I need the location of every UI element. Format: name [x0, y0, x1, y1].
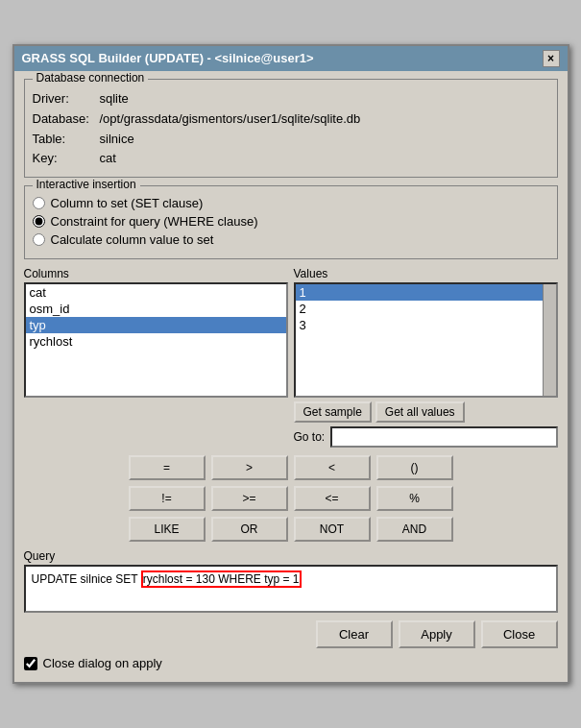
list-item[interactable]: cat	[26, 284, 286, 301]
op-lt-button[interactable]: <	[294, 455, 371, 480]
radio-calculate[interactable]	[33, 233, 45, 246]
operators-row-2: != >= <= %	[24, 486, 558, 511]
db-connection-label: Database connection	[33, 71, 149, 85]
op-lte-button[interactable]: <=	[294, 486, 371, 511]
db-connection-group: Database connection Driver: sqlite Datab…	[24, 79, 558, 178]
clear-button[interactable]: Clear	[316, 620, 393, 648]
title-bar: GRASS SQL Builder (UPDATE) - <silnice@us…	[14, 46, 568, 71]
key-value: cat	[100, 149, 116, 169]
window-title: GRASS SQL Builder (UPDATE) - <silnice@us…	[22, 51, 314, 65]
values-label: Values	[294, 267, 558, 280]
columns-values-section: Columns cat osm_id typ rychlost Values 1…	[24, 267, 558, 448]
columns-panel: Columns cat osm_id typ rychlost	[24, 267, 288, 448]
op-like-button[interactable]: LIKE	[129, 517, 206, 542]
operators-row-3: LIKE OR NOT AND	[24, 517, 558, 542]
key-row: Key: cat	[33, 149, 549, 169]
table-row: Table: silnice	[33, 130, 549, 150]
goto-input[interactable]	[330, 426, 557, 448]
op-eq-button[interactable]: =	[129, 455, 206, 480]
table-value: silnice	[100, 130, 134, 150]
operators-section: = > < () != >= <= % LIKE OR NOT AND	[24, 455, 558, 542]
columns-label: Columns	[24, 267, 288, 280]
table-label: Table:	[33, 130, 100, 150]
op-and-button[interactable]: AND	[376, 517, 453, 542]
query-box[interactable]: UPDATE silnice SET rychlost = 130 WHERE …	[24, 565, 558, 613]
key-label: Key:	[33, 149, 100, 169]
op-or-button[interactable]: OR	[211, 517, 288, 542]
op-percent-button[interactable]: %	[376, 486, 453, 511]
driver-value: sqlite	[100, 89, 129, 109]
radio-row-1: Column to set (SET clause)	[33, 196, 549, 210]
close-button[interactable]: Close	[481, 620, 558, 648]
values-listbox-container: 1 2 3	[294, 282, 558, 398]
list-item[interactable]: typ	[26, 317, 286, 333]
radio-group: Column to set (SET clause) Constraint fo…	[33, 196, 549, 247]
main-window: GRASS SQL Builder (UPDATE) - <silnice@us…	[12, 44, 569, 684]
radio-column-set[interactable]	[33, 197, 45, 209]
list-item[interactable]: rychlost	[26, 333, 286, 350]
goto-label: Go to:	[294, 430, 326, 444]
close-icon[interactable]: ×	[543, 50, 560, 67]
driver-label: Driver:	[33, 89, 100, 109]
radio-where-clause-label: Constraint for query (WHERE clause)	[51, 214, 258, 229]
interactive-insertion-group: Interactive insertion Column to set (SET…	[24, 185, 558, 259]
radio-calculate-label: Calculate column value to set	[51, 232, 214, 247]
radio-row-3: Calculate column value to set	[33, 232, 549, 247]
op-gte-button[interactable]: >=	[211, 486, 288, 511]
get-sample-button[interactable]: Get sample	[294, 401, 372, 423]
query-label: Query	[24, 549, 558, 563]
values-controls: Get sample Get all values Go to:	[294, 401, 558, 448]
values-listbox[interactable]: 1 2 3	[296, 284, 543, 396]
op-not-button[interactable]: NOT	[294, 517, 371, 542]
get-all-values-button[interactable]: Get all values	[375, 401, 465, 423]
query-section: Query UPDATE silnice SET rychlost = 130 …	[24, 549, 558, 613]
radio-where-clause[interactable]	[33, 215, 45, 228]
window-content: Database connection Driver: sqlite Datab…	[14, 71, 568, 682]
op-paren-button[interactable]: ()	[376, 455, 453, 480]
list-item[interactable]: 3	[296, 317, 543, 333]
database-row: Database: /opt/grassdata/gismentors/user…	[33, 109, 549, 130]
bottom-buttons: Clear Apply Close	[24, 620, 558, 648]
values-panel: Values 1 2 3 Get sample Get all values	[294, 267, 558, 448]
scrollbar[interactable]	[543, 284, 556, 396]
operators-row-1: = > < ()	[24, 455, 558, 480]
database-label: Database:	[33, 109, 100, 130]
values-buttons-row: Get sample Get all values	[294, 401, 558, 423]
columns-listbox[interactable]: cat osm_id typ rychlost	[24, 282, 288, 398]
database-value: /opt/grassdata/gismentors/user1/sqlite/s…	[100, 109, 361, 130]
list-item[interactable]: 2	[296, 301, 543, 317]
query-highlighted: rychlost = 130 WHERE typ = 1	[141, 570, 302, 588]
close-dialog-label: Close dialog on apply	[43, 656, 162, 670]
goto-row: Go to:	[294, 426, 558, 448]
radio-row-2: Constraint for query (WHERE clause)	[33, 214, 549, 229]
driver-row: Driver: sqlite	[33, 89, 549, 109]
interactive-insertion-label: Interactive insertion	[33, 178, 140, 191]
list-item[interactable]: osm_id	[26, 301, 286, 317]
radio-column-set-label: Column to set (SET clause)	[51, 196, 204, 210]
query-prefix: UPDATE silnice SET	[32, 572, 141, 586]
close-dialog-checkbox[interactable]	[24, 657, 37, 670]
close-dialog-row: Close dialog on apply	[24, 656, 558, 674]
op-gt-button[interactable]: >	[211, 455, 288, 480]
list-item[interactable]: 1	[296, 284, 543, 301]
db-info: Driver: sqlite Database: /opt/grassdata/…	[33, 89, 549, 169]
op-neq-button[interactable]: !=	[129, 486, 206, 511]
apply-button[interactable]: Apply	[399, 620, 475, 648]
